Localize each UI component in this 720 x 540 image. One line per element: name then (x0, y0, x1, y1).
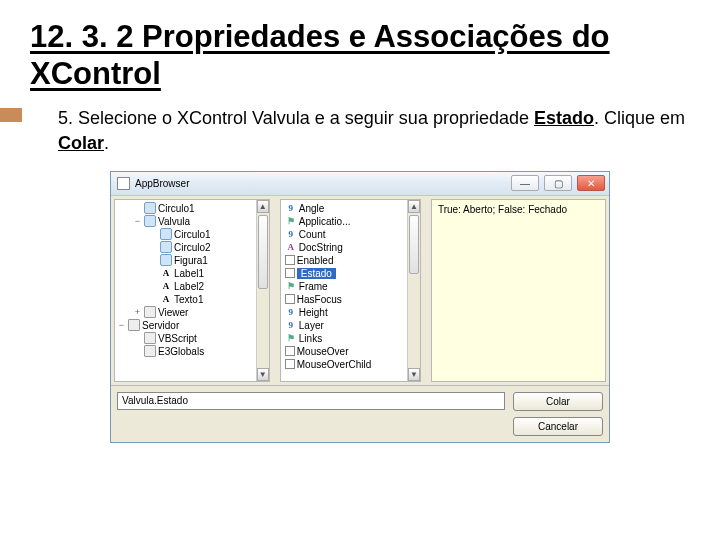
property-item[interactable]: 9Count (281, 228, 420, 241)
tree-twisty-icon[interactable]: − (117, 320, 126, 330)
component-icon (144, 332, 156, 344)
cancel-button[interactable]: Cancelar (513, 417, 603, 436)
property-icon: ⚑ (285, 280, 297, 292)
tree-item-label: Label2 (174, 281, 204, 292)
property-item-label: Frame (299, 281, 328, 292)
property-item-label: DocString (299, 242, 343, 253)
tree-item[interactable]: VBScript (115, 332, 269, 345)
tree-item-label: VBScript (158, 333, 197, 344)
number-icon: 9 (285, 306, 297, 318)
component-icon (144, 345, 156, 357)
property-item-label: Layer (299, 320, 324, 331)
tree-item-label: Texto1 (174, 294, 203, 305)
property-item[interactable]: ADocString (281, 241, 420, 254)
boolean-icon (285, 255, 295, 265)
scroll-up-icon[interactable]: ▲ (257, 200, 269, 213)
text-a-icon: A (160, 267, 172, 279)
window-title: AppBrowser (135, 178, 506, 189)
tree-item-label: Servidor (142, 320, 179, 331)
property-item[interactable]: MouseOver (281, 345, 420, 358)
property-item-label: Count (299, 229, 326, 240)
object-icon (160, 241, 172, 253)
minimize-button[interactable]: — (511, 175, 539, 191)
close-button[interactable]: ✕ (577, 175, 605, 191)
scroll-thumb[interactable] (409, 215, 419, 274)
property-item[interactable]: 9Layer (281, 319, 420, 332)
scroll-thumb[interactable] (258, 215, 268, 289)
property-item-label: Height (299, 307, 328, 318)
window-titlebar[interactable]: AppBrowser — ▢ ✕ (111, 172, 609, 196)
property-item[interactable]: Estado (281, 267, 420, 280)
tree-item-label: Circulo1 (174, 229, 211, 240)
boolean-icon (285, 294, 295, 304)
scroll-up-icon[interactable]: ▲ (408, 200, 420, 213)
tree-item[interactable]: Circulo1 (115, 202, 269, 215)
number-icon: 9 (285, 228, 297, 240)
boolean-icon (285, 268, 295, 278)
tree-item-label: Label1 (174, 268, 204, 279)
tree-item[interactable]: ALabel1 (115, 267, 269, 280)
tree-item[interactable]: Circulo2 (115, 241, 269, 254)
property-item-label: Angle (299, 203, 325, 214)
tree-scrollbar[interactable]: ▲ ▼ (256, 200, 269, 381)
tree-item[interactable]: −Valvula (115, 215, 269, 228)
property-item-label: HasFocus (297, 294, 342, 305)
tree-item[interactable]: Circulo1 (115, 228, 269, 241)
tree-item[interactable]: Figura1 (115, 254, 269, 267)
tree-item[interactable]: +Viewer (115, 306, 269, 319)
boolean-icon (285, 359, 295, 369)
tree-item[interactable]: ATexto1 (115, 293, 269, 306)
property-item-label: Links (299, 333, 322, 344)
property-item-label: Enabled (297, 255, 334, 266)
tree-item[interactable]: −Servidor (115, 319, 269, 332)
tree-item-label: E3Globals (158, 346, 204, 357)
tree-twisty-icon[interactable]: + (133, 307, 142, 317)
text-a-icon: A (160, 293, 172, 305)
text-a-icon: A (160, 280, 172, 292)
property-item[interactable]: HasFocus (281, 293, 420, 306)
paste-button[interactable]: Colar (513, 392, 603, 411)
property-item[interactable]: 9Height (281, 306, 420, 319)
property-item-label: Applicatio... (299, 216, 351, 227)
property-item-label: MouseOverChild (297, 359, 371, 370)
property-item[interactable]: 9Angle (281, 202, 420, 215)
help-pane: True: Aberto; False: Fechado (431, 199, 606, 382)
tree-item-label: Valvula (158, 216, 190, 227)
number-icon: 9 (285, 202, 297, 214)
property-icon: ⚑ (285, 332, 297, 344)
instruction-text: 5. Selecione o XControl Valvula e a segu… (58, 106, 690, 155)
scroll-down-icon[interactable]: ▼ (408, 368, 420, 381)
splitter-left[interactable] (273, 196, 277, 385)
tree-item[interactable]: E3Globals (115, 345, 269, 358)
component-icon (128, 319, 140, 331)
object-icon (160, 254, 172, 266)
slide-heading: 12. 3. 2 Propriedades e Associações do X… (30, 18, 690, 92)
number-icon: 9 (285, 319, 297, 331)
boolean-icon (285, 346, 295, 356)
scroll-down-icon[interactable]: ▼ (257, 368, 269, 381)
object-icon (144, 202, 156, 214)
path-input[interactable]: Valvula.Estado (117, 392, 505, 410)
maximize-button[interactable]: ▢ (544, 175, 572, 191)
tree-item[interactable]: ALabel2 (115, 280, 269, 293)
object-icon (160, 228, 172, 240)
property-item-label: MouseOver (297, 346, 349, 357)
tree-twisty-icon[interactable]: − (133, 216, 142, 226)
property-item[interactable]: ⚑Links (281, 332, 420, 345)
property-icon: ⚑ (285, 215, 297, 227)
property-item-label: Estado (297, 268, 336, 279)
tree-item-label: Viewer (158, 307, 188, 318)
props-scrollbar[interactable]: ▲ ▼ (407, 200, 420, 381)
slide-accent (0, 108, 22, 122)
tree-item-label: Circulo2 (174, 242, 211, 253)
object-tree-pane[interactable]: Circulo1−ValvulaCirculo1Circulo2Figura1A… (114, 199, 270, 382)
property-item[interactable]: ⚑Frame (281, 280, 420, 293)
property-item[interactable]: ⚑Applicatio... (281, 215, 420, 228)
property-item[interactable]: MouseOverChild (281, 358, 420, 371)
component-icon (144, 306, 156, 318)
help-text: True: Aberto; False: Fechado (438, 204, 567, 215)
property-list-pane[interactable]: 9Angle⚑Applicatio...9CountADocStringEnab… (280, 199, 421, 382)
splitter-right[interactable] (424, 196, 428, 385)
property-item[interactable]: Enabled (281, 254, 420, 267)
tree-item-label: Figura1 (174, 255, 208, 266)
